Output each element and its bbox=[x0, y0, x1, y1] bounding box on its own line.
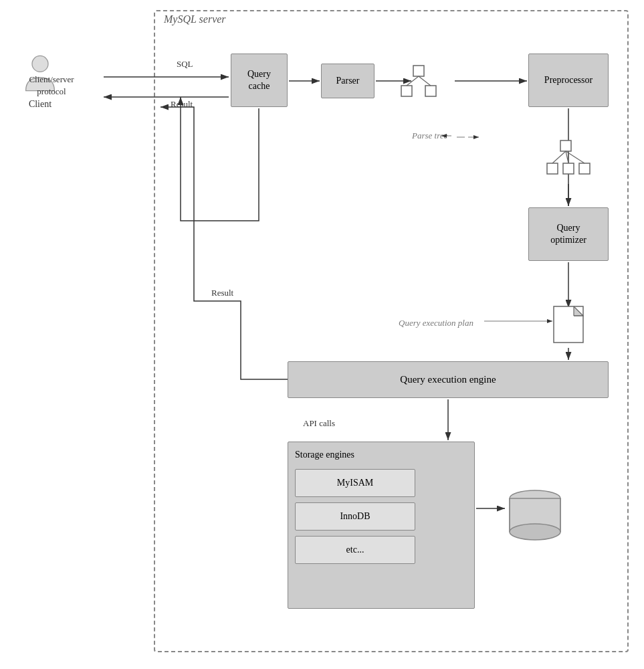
protocol-label: Client/server protocol bbox=[15, 74, 88, 98]
myisam-box: MyISAM bbox=[295, 469, 415, 497]
mysql-server-label: MySQL server bbox=[164, 13, 226, 25]
sql-label: SQL bbox=[177, 59, 193, 70]
query-cache-box: Query cache bbox=[231, 54, 288, 107]
innodb-box: InnoDB bbox=[295, 502, 415, 531]
etc-box: etc... bbox=[295, 536, 415, 564]
diagram-container: MySQL server Client Client/server protoc… bbox=[0, 0, 644, 669]
result-top-label: Result bbox=[171, 99, 193, 110]
storage-engines-box: Storage engines MyISAM InnoDB etc... bbox=[288, 442, 475, 609]
result-left-label: Result bbox=[211, 288, 233, 298]
query-optimizer-box: Query optimizer bbox=[528, 207, 609, 261]
parse-tree-label: Parse tree bbox=[412, 130, 447, 141]
data-label: Data bbox=[522, 505, 539, 516]
svg-point-0 bbox=[32, 56, 48, 72]
query-execution-engine-box: Query execution engine bbox=[288, 361, 609, 398]
api-calls-label: API calls bbox=[303, 418, 335, 429]
client-label: Client bbox=[29, 99, 51, 110]
preprocessor-box: Preprocessor bbox=[528, 54, 609, 107]
execution-plan-label: Query execution plan bbox=[399, 318, 473, 328]
parser-box: Parser bbox=[321, 64, 374, 98]
